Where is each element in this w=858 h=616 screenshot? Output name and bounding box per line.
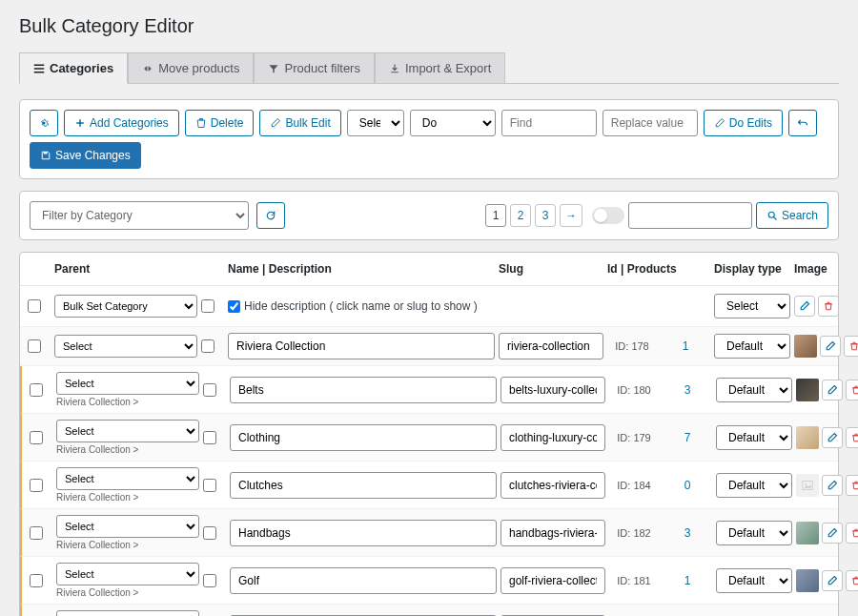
bulk-display-dropdown[interactable]: Select <box>714 294 790 318</box>
tab-import-export[interactable]: Import & Export <box>375 52 505 83</box>
category-thumbnail-placeholder[interactable] <box>796 474 819 497</box>
delete-image-button[interactable] <box>846 475 858 496</box>
name-input[interactable] <box>230 472 497 499</box>
id-cell: ID: 180 <box>609 384 659 396</box>
edit-image-button[interactable] <box>822 570 843 591</box>
category-thumbnail[interactable] <box>794 335 817 358</box>
table-row: SelectRiviera Collection > ID: 182 3 Def… <box>20 509 838 557</box>
row-checkbox[interactable] <box>30 479 43 492</box>
refresh-filter-button[interactable] <box>256 202 285 229</box>
undo-button[interactable] <box>788 110 817 136</box>
row-checkbox[interactable] <box>28 339 41 353</box>
row-checkbox[interactable] <box>30 383 43 397</box>
edit-image-button[interactable] <box>822 523 843 544</box>
bulk-edit-button[interactable]: Bulk Edit <box>259 110 340 136</box>
page-next[interactable]: → <box>560 204 582 227</box>
tab-move-products[interactable]: Move products <box>128 52 254 83</box>
slug-input[interactable] <box>499 333 603 359</box>
search-input[interactable] <box>628 202 752 229</box>
bulk-delete-image-button[interactable] <box>818 296 839 317</box>
category-thumbnail[interactable] <box>796 569 819 592</box>
tab-categories[interactable]: Categories <box>19 52 128 84</box>
products-count[interactable]: 3 <box>663 526 712 540</box>
tab-product-filters[interactable]: Product filters <box>254 52 374 83</box>
products-count[interactable]: 3 <box>663 383 712 397</box>
edit-image-button[interactable] <box>822 475 843 496</box>
row-checkbox[interactable] <box>30 431 43 444</box>
page-3[interactable]: 3 <box>535 204 556 227</box>
edit-image-button[interactable] <box>822 427 843 448</box>
hide-description-checkbox[interactable] <box>228 300 240 313</box>
add-categories-button[interactable]: Add Categories <box>64 110 179 136</box>
select-all-checkbox[interactable] <box>28 299 41 313</box>
name-input[interactable] <box>230 567 497 594</box>
import-export-icon <box>389 63 400 74</box>
bulk-set-category-dropdown[interactable]: Bulk Set Category <box>54 295 197 318</box>
parent-dropdown[interactable]: Select <box>56 610 199 616</box>
do-dropdown[interactable]: Do <box>410 110 496 136</box>
save-icon <box>40 150 51 161</box>
products-count[interactable]: 7 <box>663 431 712 444</box>
slug-input[interactable] <box>500 567 605 594</box>
category-thumbnail[interactable] <box>796 426 819 449</box>
slug-input[interactable] <box>500 377 605 403</box>
table-row: SelectRiviera Collection > ID: 177 5 Def… <box>20 605 838 616</box>
display-type-dropdown[interactable]: Default <box>716 473 792 498</box>
row-checkbox[interactable] <box>30 526 43 540</box>
category-thumbnail[interactable] <box>796 522 819 544</box>
row-desc-checkbox[interactable] <box>203 479 216 492</box>
slug-input[interactable] <box>500 472 605 499</box>
parent-dropdown[interactable]: Select <box>56 467 199 490</box>
display-type-dropdown[interactable]: Default <box>716 521 792 545</box>
row-desc-checkbox[interactable] <box>203 574 216 587</box>
page-1[interactable]: 1 <box>485 204 506 227</box>
edit-image-button[interactable] <box>822 380 843 400</box>
do-edits-button[interactable]: Do Edits <box>704 110 783 136</box>
delete-image-button[interactable] <box>844 336 858 357</box>
hide-description-label[interactable]: Hide description ( click name or slug to… <box>228 299 495 313</box>
page-2[interactable]: 2 <box>510 204 531 227</box>
display-type-dropdown[interactable]: Default <box>714 334 790 359</box>
parent-breadcrumb: Riviera Collection > <box>56 444 199 455</box>
delete-image-button[interactable] <box>846 427 858 448</box>
name-input[interactable] <box>230 377 497 403</box>
products-count[interactable]: 0 <box>663 479 712 492</box>
products-count[interactable]: 1 <box>661 339 710 353</box>
parent-dropdown[interactable]: Select <box>54 335 197 358</box>
bulk-edit-image-button[interactable] <box>794 296 815 317</box>
name-input[interactable] <box>228 333 495 359</box>
select-field-dropdown[interactable]: Select Field <box>347 110 404 136</box>
name-input[interactable] <box>230 424 497 451</box>
slug-input[interactable] <box>500 424 605 451</box>
pagination-toggle[interactable] <box>592 207 624 224</box>
display-type-dropdown[interactable]: Default <box>716 425 792 450</box>
select-all-desc-checkbox[interactable] <box>201 299 214 313</box>
row-desc-checkbox[interactable] <box>203 431 216 444</box>
delete-image-button[interactable] <box>846 523 858 544</box>
parent-dropdown[interactable]: Select <box>56 563 199 585</box>
filter-category-dropdown[interactable]: Filter by Category <box>30 201 249 230</box>
row-desc-checkbox[interactable] <box>203 526 216 540</box>
row-desc-checkbox[interactable] <box>201 339 214 353</box>
replace-input[interactable] <box>603 110 698 136</box>
settings-button[interactable] <box>30 110 58 136</box>
svg-point-4 <box>768 212 774 217</box>
slug-input[interactable] <box>500 520 605 546</box>
category-thumbnail[interactable] <box>796 379 819 401</box>
save-changes-button[interactable]: Save Changes <box>30 142 141 169</box>
delete-image-button[interactable] <box>846 380 858 400</box>
find-input[interactable] <box>501 110 597 136</box>
search-button[interactable]: Search <box>756 202 828 229</box>
parent-dropdown[interactable]: Select <box>56 420 199 442</box>
delete-button[interactable]: Delete <box>185 110 255 136</box>
parent-dropdown[interactable]: Select <box>56 372 199 395</box>
parent-dropdown[interactable]: Select <box>56 515 199 538</box>
delete-image-button[interactable] <box>846 570 858 591</box>
edit-image-button[interactable] <box>820 336 841 357</box>
products-count[interactable]: 1 <box>663 574 712 587</box>
row-checkbox[interactable] <box>30 574 43 587</box>
row-desc-checkbox[interactable] <box>203 383 216 397</box>
display-type-dropdown[interactable]: Default <box>716 378 792 402</box>
name-input[interactable] <box>230 520 497 546</box>
display-type-dropdown[interactable]: Default <box>716 568 792 593</box>
